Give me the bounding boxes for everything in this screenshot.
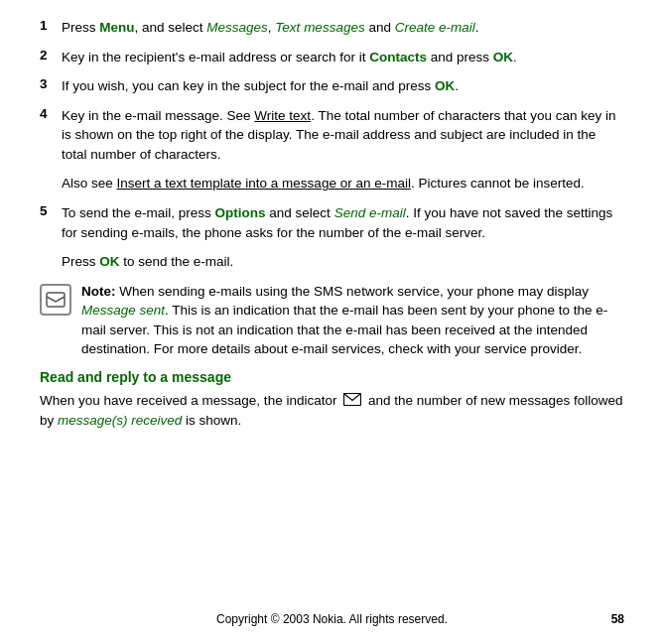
envelope-icon-inline [343, 392, 361, 412]
message-sent-label: Message sent [81, 303, 165, 318]
note-box: Note: When sending e-mails using the SMS… [40, 282, 624, 359]
step-1: 1 Press Menu, and select Messages, Text … [40, 18, 624, 38]
insert-template-link[interactable]: Insert a text template into a message or… [117, 176, 411, 191]
create-email-label: Create e-mail [395, 20, 475, 35]
step-3-text: If you wish, you can key in the subject … [62, 76, 624, 96]
step-4-text: Key in the e-mail message. See Write tex… [62, 106, 624, 165]
step-number-5: 5 [40, 203, 62, 218]
ok-label-2: OK [493, 50, 513, 64]
step-4: 4 Key in the e-mail message. See Write t… [40, 106, 624, 165]
footer-copyright: Copyright © 2003 Nokia. All rights reser… [69, 612, 595, 626]
footer-page-number: 58 [595, 612, 624, 626]
note-text: Note: When sending e-mails using the SMS… [81, 282, 624, 359]
note-svg-icon [45, 289, 66, 311]
step-2: 2 Key in the recipient's e-mail address … [40, 48, 624, 67]
menu-label: Menu [99, 20, 134, 35]
write-text-link[interactable]: Write text [254, 108, 311, 123]
section-body: When you have received a message, the in… [40, 391, 624, 431]
step-number-3: 3 [40, 76, 62, 91]
footer: Copyright © 2003 Nokia. All rights reser… [40, 602, 624, 626]
svg-rect-0 [47, 293, 65, 307]
send-email-label: Send e-mail [334, 205, 406, 220]
step-5-text: To send the e-mail, press Options and se… [62, 203, 624, 242]
options-label: Options [215, 205, 266, 220]
step-number-2: 2 [40, 48, 62, 63]
step-5: 5 To send the e-mail, press Options and … [40, 203, 624, 242]
step-number-1: 1 [40, 18, 62, 33]
page-container: 1 Press Menu, and select Messages, Text … [0, 0, 664, 644]
messages-received-label: message(s) received [58, 413, 182, 428]
step-1-text: Press Menu, and select Messages, Text me… [62, 18, 624, 38]
section-heading: Read and reply to a message [40, 369, 624, 385]
envelope-svg [343, 393, 361, 406]
ok-label-5: OK [99, 254, 119, 269]
content-area: 1 Press Menu, and select Messages, Text … [40, 18, 624, 602]
step-number-4: 4 [40, 106, 62, 121]
contacts-label: Contacts [369, 50, 427, 64]
step-5-sub: Press OK to send the e-mail. [62, 252, 624, 272]
step-3: 3 If you wish, you can key in the subjec… [40, 76, 624, 96]
text-messages-label: Text messages [275, 20, 364, 35]
ok-label-3: OK [435, 78, 455, 93]
note-bold: Note: [81, 284, 116, 299]
note-icon [40, 284, 71, 316]
step-2-text: Key in the recipient's e-mail address or… [62, 48, 624, 67]
step-4-sub: Also see Insert a text template into a m… [62, 174, 624, 193]
messages-label: Messages [206, 20, 268, 35]
